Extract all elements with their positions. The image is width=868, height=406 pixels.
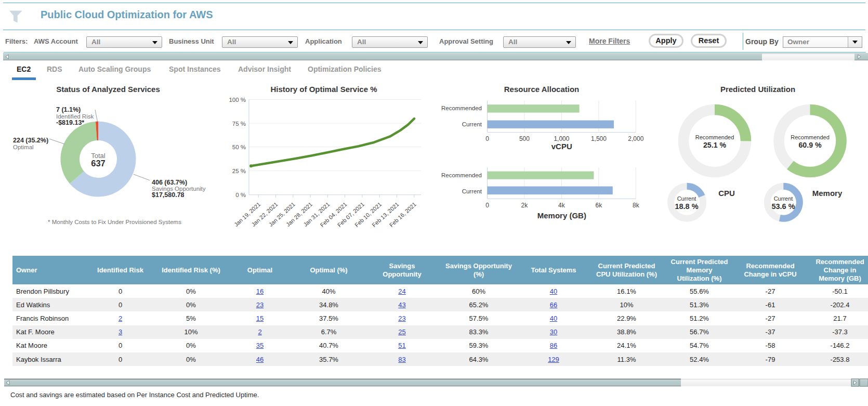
svg-text:0: 0 <box>485 202 489 209</box>
svg-text:* Monthly Costs to Fix Under P: * Monthly Costs to Fix Under Provisioned… <box>48 219 181 225</box>
svg-text:1,500: 1,500 <box>591 135 607 142</box>
svg-text:$17,580.78: $17,580.78 <box>152 191 185 199</box>
svg-text:4k: 4k <box>558 202 565 209</box>
svg-text:0: 0 <box>485 135 489 142</box>
svg-text:Recommended: Recommended <box>791 134 830 140</box>
svg-text:1,000: 1,000 <box>554 135 569 142</box>
svg-text:25.1 %: 25.1 % <box>703 141 727 149</box>
svg-text:Current: Current <box>462 121 482 127</box>
svg-text:2k: 2k <box>521 202 529 209</box>
svg-text:Current: Current <box>677 195 696 202</box>
svg-text:18.8 %: 18.8 % <box>675 202 698 211</box>
svg-text:406 (63.7%): 406 (63.7%) <box>152 179 187 186</box>
svg-text:637: 637 <box>91 159 106 168</box>
svg-text:Current: Current <box>774 195 793 202</box>
svg-text:2,000: 2,000 <box>628 135 643 142</box>
svg-text:Recommended: Recommended <box>441 105 482 111</box>
svg-text:8k: 8k <box>633 202 640 209</box>
svg-text:53.6 %: 53.6 % <box>771 202 795 211</box>
svg-text:75 %: 75 % <box>232 121 246 127</box>
svg-text:Memory: Memory <box>812 189 843 198</box>
svg-text:Recommended: Recommended <box>695 134 734 140</box>
svg-text:100 %: 100 % <box>229 97 246 103</box>
svg-text:Optimal: Optimal <box>13 144 34 150</box>
svg-text:0 %: 0 % <box>235 192 246 198</box>
svg-text:Recommended: Recommended <box>441 172 482 178</box>
svg-text:60.9 %: 60.9 % <box>798 141 822 149</box>
svg-text:25 %: 25 % <box>232 168 246 174</box>
svg-text:CPU: CPU <box>718 189 735 198</box>
svg-text:Memory (GB): Memory (GB) <box>537 211 586 220</box>
svg-text:224 (35.2%): 224 (35.2%) <box>13 137 48 144</box>
svg-text:50 %: 50 % <box>232 144 246 150</box>
svg-text:7 (1.1%): 7 (1.1%) <box>56 106 81 113</box>
svg-text:6k: 6k <box>596 202 603 209</box>
svg-text:-$819.13*: -$819.13* <box>56 119 84 126</box>
svg-text:vCPU: vCPU <box>551 142 572 151</box>
svg-text:Current: Current <box>462 188 482 194</box>
svg-text:500: 500 <box>519 135 530 142</box>
